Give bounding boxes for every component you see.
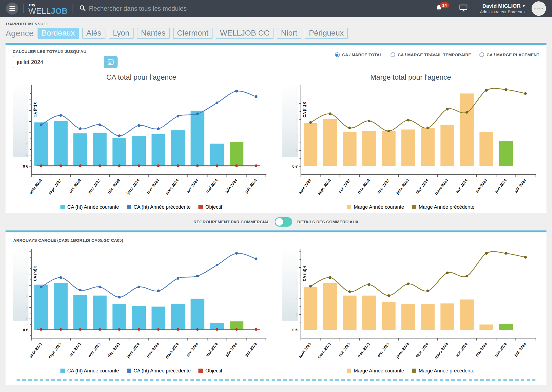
svg-text:juil. 2024: juil. 2024: [513, 342, 527, 358]
avatar[interactable]: ECASTE: [532, 1, 546, 16]
hamburger-menu-button[interactable]: [6, 2, 18, 15]
svg-text:avr. 2024: avr. 2024: [185, 342, 199, 358]
date-input[interactable]: [13, 56, 104, 68]
radio-icon: [391, 52, 395, 57]
svg-text:sept. 2023: sept. 2023: [47, 178, 62, 195]
legend-item: Marge Année courante: [347, 368, 404, 374]
legend-item: CA (ht) Année précédente: [127, 204, 191, 210]
svg-text:déc. 2023: déc. 2023: [107, 178, 121, 195]
svg-text:0 €: 0 €: [23, 328, 28, 332]
svg-text:mars 2024: mars 2024: [434, 342, 449, 359]
svg-text:oct. 2023: oct. 2023: [338, 178, 351, 194]
svg-text:CA (ht) €: CA (ht) €: [302, 265, 307, 281]
svg-text:oct. 2023: oct. 2023: [338, 342, 351, 358]
toggle-right-label: DÉTAILS DES COMMERCIAUX: [297, 219, 359, 224]
top-navbar: my WELLJOB 14 David MIGLIOR▼ Administrat…: [0, 0, 552, 17]
commercial-detail-card: ARROUAYS CAROLE (CA05,1BOR1,DI CA05,GC C…: [6, 230, 546, 385]
svg-text:mars 2024: mars 2024: [164, 342, 180, 359]
tab-perigueux[interactable]: Périgueux: [305, 28, 348, 39]
svg-text:oct. 2023: oct. 2023: [68, 342, 82, 358]
tab-niort[interactable]: Niort: [277, 28, 301, 39]
svg-text:avr. 2024: avr. 2024: [455, 178, 468, 194]
radio-icon: [479, 52, 484, 57]
legend-item: CA (ht) Année précédente: [127, 368, 191, 374]
notifications-button[interactable]: 14: [436, 4, 447, 13]
legend-swatch: [127, 369, 131, 373]
svg-text:juin 2024: juin 2024: [494, 178, 508, 194]
svg-text:avr. 2024: avr. 2024: [455, 342, 468, 358]
tab-nantes[interactable]: Nantes: [137, 28, 170, 39]
radio-ca-marge-total[interactable]: CA / MARGE TOTAL: [335, 52, 382, 57]
ca-marge-radio-group: CA / MARGE TOTAL CA / MARGE TRAVAIL TEMP…: [335, 52, 539, 57]
marge-carole-chart: €€€€€0 €août 2023sept. 2023oct. 2023nov.…: [282, 245, 539, 368]
svg-text:janv. 2024: janv. 2024: [126, 342, 140, 359]
svg-text:juin 2024: juin 2024: [224, 342, 238, 358]
tab-ales[interactable]: Alès: [82, 28, 105, 39]
logo-well: WELL: [28, 7, 51, 15]
legend-swatch: [412, 369, 416, 373]
svg-text:juin 2024: juin 2024: [224, 178, 238, 194]
marge-carole-chart-block: €€€€€0 €août 2023sept. 2023oct. 2023nov.…: [282, 245, 539, 375]
chart-title: CA total pour l'agence: [13, 73, 270, 82]
svg-text:mars 2024: mars 2024: [164, 178, 180, 196]
notification-count-badge: 14: [440, 2, 449, 8]
svg-text:déc. 2023: déc. 2023: [376, 178, 390, 195]
tab-clermont[interactable]: Clermont: [173, 28, 213, 39]
svg-text:sept. 2023: sept. 2023: [317, 178, 331, 195]
navbar-divider: [474, 4, 474, 13]
global-search: [79, 5, 431, 12]
ca-legend: CA (ht) Année courante CA (ht) Année pré…: [13, 368, 270, 374]
user-menu[interactable]: David MIGLIOR▼ Administrateur Bordeaux: [480, 3, 526, 15]
marge-total-chart: €€€€€0 €août 2023sept. 2023oct. 2023nov.…: [282, 82, 539, 204]
commercial-section-title: ARROUAYS CAROLE (CA05,1BOR1,DI CA05,GC C…: [13, 238, 539, 243]
tab-welljob-cc[interactable]: WELLJOB CC: [216, 28, 274, 39]
bell-icon: [436, 8, 442, 12]
tab-bordeaux[interactable]: Bordeaux: [38, 28, 79, 39]
chart-title: Marge total pour l'agence: [282, 73, 539, 82]
svg-text:CA (ht) €: CA (ht) €: [302, 102, 307, 117]
navbar-divider: [23, 4, 23, 13]
legend-swatch: [347, 369, 351, 373]
commercial-details-toggle[interactable]: [275, 217, 292, 227]
chevron-down-icon: ▼: [522, 4, 526, 8]
search-input[interactable]: [89, 5, 243, 12]
calendar-icon: [108, 59, 114, 66]
display-mode-button[interactable]: [459, 4, 468, 13]
legend-swatch: [60, 205, 65, 209]
svg-text:mai 2024: mai 2024: [205, 178, 219, 194]
toggle-knob: [275, 218, 283, 226]
svg-text:nov. 2023: nov. 2023: [357, 178, 371, 194]
navbar-divider: [73, 4, 73, 13]
svg-text:nov. 2023: nov. 2023: [357, 342, 371, 358]
legend-swatch: [127, 205, 131, 209]
legend-item: Objectif: [198, 204, 222, 210]
svg-text:août 2023: août 2023: [28, 342, 43, 359]
svg-text:déc. 2023: déc. 2023: [376, 342, 390, 358]
app-logo[interactable]: my WELLJOB: [28, 2, 68, 15]
tab-lyon[interactable]: Lyon: [109, 28, 134, 39]
svg-text:sept. 2023: sept. 2023: [47, 342, 62, 359]
marge-legend: Marge Année courante Marge Année précéde…: [282, 204, 539, 210]
svg-text:mai 2024: mai 2024: [205, 342, 219, 358]
svg-text:CA (ht) €: CA (ht) €: [33, 265, 37, 281]
toggle-left-label: REGROUPEMENT PAR COMMERCIAL: [193, 219, 270, 224]
radio-ca-marge-travail-temporaire[interactable]: CA / MARGE TRAVAIL TEMPORAIRE: [391, 52, 471, 57]
search-icon: [79, 5, 86, 12]
svg-text:févr. 2024: févr. 2024: [146, 342, 160, 358]
svg-text:nov. 2023: nov. 2023: [87, 342, 101, 358]
legend-swatch: [198, 205, 203, 209]
page-title: RAPPORT MENSUEL: [6, 22, 552, 26]
monitor-icon: [459, 8, 468, 13]
svg-text:août 2023: août 2023: [298, 178, 312, 195]
svg-text:juin 2024: juin 2024: [494, 342, 508, 358]
svg-text:juil. 2024: juil. 2024: [244, 342, 258, 358]
calendar-button[interactable]: [104, 56, 118, 68]
agency-totals-card: CALCULER LES TOTAUX JUSQU'AU CA / MARGE …: [6, 43, 546, 213]
date-filter-label: CALCULER LES TOTAUX JUSQU'AU: [13, 49, 118, 54]
svg-text:mars 2024: mars 2024: [434, 178, 449, 196]
svg-text:0 €: 0 €: [23, 164, 28, 168]
radio-ca-marge-placement[interactable]: CA / MARGE PLACEMENT: [479, 52, 539, 57]
svg-text:avr. 2024: avr. 2024: [185, 178, 199, 194]
agence-label: Agence: [6, 29, 34, 38]
marge-legend: Marge Année courante Marge Année précéde…: [282, 368, 539, 374]
